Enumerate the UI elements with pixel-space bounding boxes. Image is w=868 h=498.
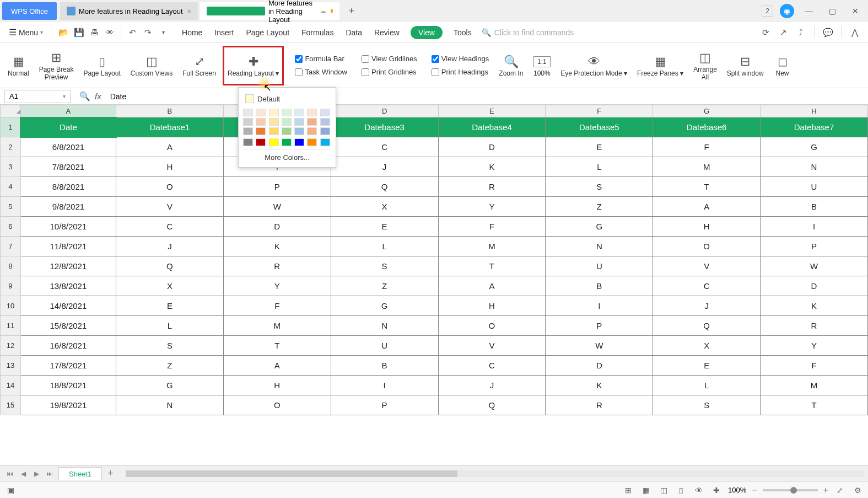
color-swatch[interactable] <box>307 109 317 116</box>
tab-page-layout[interactable]: Page Layout <box>245 26 290 39</box>
data-cell[interactable]: J <box>438 376 546 395</box>
data-cell[interactable]: H <box>438 296 546 316</box>
zoom-100-button[interactable]: 1:1 100% <box>530 46 554 85</box>
sheet-tab[interactable]: Sheet1 <box>58 467 102 480</box>
data-cell[interactable]: P <box>761 237 868 256</box>
color-swatch[interactable] <box>269 118 279 126</box>
export-icon[interactable]: ⤴ <box>794 26 807 39</box>
column-header[interactable]: E <box>438 105 546 117</box>
view-mode-2-icon[interactable]: ▦ <box>640 484 652 496</box>
comments-icon[interactable]: 💬 <box>821 26 834 39</box>
undo-icon[interactable]: ↶ <box>126 26 139 39</box>
data-cell[interactable]: S <box>546 177 653 197</box>
data-cell[interactable]: Q <box>438 395 546 415</box>
data-cell[interactable]: J <box>331 157 438 177</box>
redo-icon[interactable]: ↷ <box>141 26 154 39</box>
header-cell[interactable]: Datebase5 <box>546 117 653 137</box>
tab-formulas[interactable]: Formulas <box>300 26 335 39</box>
task-window-check[interactable]: Task Window <box>292 66 351 78</box>
open-icon[interactable]: 📂 <box>57 26 70 39</box>
row-header[interactable]: 10 <box>1 296 21 316</box>
data-cell[interactable]: N <box>116 395 224 415</box>
data-cell[interactable]: M <box>653 157 761 177</box>
formula-bar-check[interactable]: Formula Bar <box>292 53 351 65</box>
fullscreen-icon[interactable]: ⤢ <box>834 484 846 496</box>
data-cell[interactable]: G <box>761 137 868 157</box>
collapse-icon[interactable]: ⋀ <box>848 26 861 39</box>
scroll-thumb[interactable] <box>126 470 458 477</box>
tab-sheet[interactable]: More features in Reading Layout ☁ <box>200 2 339 20</box>
data-cell[interactable]: X <box>653 336 761 356</box>
color-swatch[interactable] <box>294 138 304 146</box>
data-cell[interactable]: W <box>761 256 868 276</box>
minimize-button[interactable]: — <box>801 3 817 19</box>
row-header[interactable]: 7 <box>1 237 21 256</box>
data-cell[interactable]: Z <box>331 276 438 296</box>
row-header[interactable]: 4 <box>1 177 21 197</box>
maximize-button[interactable]: ▢ <box>824 3 840 19</box>
select-all-corner[interactable]: ◢ <box>1 105 21 117</box>
save-icon[interactable]: 💾 <box>72 26 85 39</box>
data-cell[interactable]: W <box>546 336 653 356</box>
data-cell[interactable]: K <box>546 376 653 395</box>
color-swatch[interactable] <box>282 109 292 116</box>
chevron-down-icon[interactable]: ▾ <box>63 93 66 99</box>
color-swatch[interactable] <box>256 138 266 146</box>
column-header[interactable]: B <box>116 105 224 117</box>
color-swatch[interactable] <box>243 118 253 126</box>
tab-home[interactable]: Home <box>181 26 203 39</box>
data-cell[interactable]: M <box>223 316 331 336</box>
zoom-thumb[interactable] <box>790 487 797 494</box>
last-sheet-button[interactable]: ⏭ <box>44 468 55 479</box>
horizontal-scrollbar[interactable] <box>126 470 864 477</box>
color-swatch[interactable] <box>243 109 253 116</box>
tab-insert[interactable]: Insert <box>213 26 235 39</box>
color-swatch[interactable] <box>282 138 292 146</box>
data-cell[interactable]: B <box>546 276 653 296</box>
header-cell[interactable]: Datebase7 <box>761 117 868 137</box>
data-cell[interactable]: O <box>653 237 761 256</box>
color-swatch[interactable] <box>307 138 317 146</box>
full-screen-button[interactable]: ⤢ Full Screen <box>179 46 219 85</box>
data-cell[interactable]: 16/8/2021 <box>20 336 116 356</box>
row-header[interactable]: 1 <box>1 117 21 137</box>
split-window-button[interactable]: ⊟ Split window <box>724 46 767 85</box>
tab-doc[interactable]: More features in Reading Layout × <box>60 2 198 20</box>
data-cell[interactable]: L <box>546 157 653 177</box>
column-header[interactable]: H <box>761 105 868 117</box>
zoom-in-button[interactable]: + <box>823 485 828 495</box>
data-cell[interactable]: Z <box>546 197 653 217</box>
color-swatch[interactable] <box>294 118 304 126</box>
first-sheet-button[interactable]: ⏮ <box>4 468 15 479</box>
data-cell[interactable]: 14/8/2021 <box>20 296 116 316</box>
data-cell[interactable]: 15/8/2021 <box>20 316 116 336</box>
view-mode-1-icon[interactable]: ⊞ <box>622 484 634 496</box>
print-gridlines-check[interactable]: Print Gridlines <box>358 66 420 78</box>
data-cell[interactable]: T <box>761 395 868 415</box>
page-layout-button[interactable]: ▯ Page Layout <box>80 46 123 85</box>
data-cell[interactable]: U <box>546 256 653 276</box>
freeze-panes-button[interactable]: ▦ Freeze Panes ▾ <box>634 46 687 85</box>
data-cell[interactable]: 10/8/2021 <box>20 217 116 237</box>
color-swatch[interactable] <box>307 118 317 126</box>
more-colors-button[interactable]: More Colors... <box>243 149 331 163</box>
data-cell[interactable]: I <box>546 296 653 316</box>
data-cell[interactable]: 13/8/2021 <box>20 276 116 296</box>
data-cell[interactable]: Q <box>653 316 761 336</box>
data-cell[interactable]: I <box>331 376 438 395</box>
tab-review[interactable]: Review <box>373 26 401 39</box>
next-sheet-button[interactable]: ▶ <box>31 468 42 479</box>
color-swatch[interactable] <box>320 118 330 126</box>
color-swatch[interactable] <box>269 127 279 135</box>
data-cell[interactable]: L <box>116 316 224 336</box>
cancel-formula-icon[interactable]: 🔍 <box>79 91 90 101</box>
add-tab-button[interactable]: + <box>345 4 358 18</box>
view-mode-3-icon[interactable]: ◫ <box>657 484 670 496</box>
data-cell[interactable]: X <box>331 197 438 217</box>
row-header[interactable]: 11 <box>1 316 21 336</box>
data-cell[interactable]: S <box>331 256 438 276</box>
data-cell[interactable]: T <box>653 177 761 197</box>
color-swatch[interactable] <box>243 138 253 146</box>
data-cell[interactable]: C <box>653 276 761 296</box>
data-cell[interactable]: E <box>653 356 761 376</box>
